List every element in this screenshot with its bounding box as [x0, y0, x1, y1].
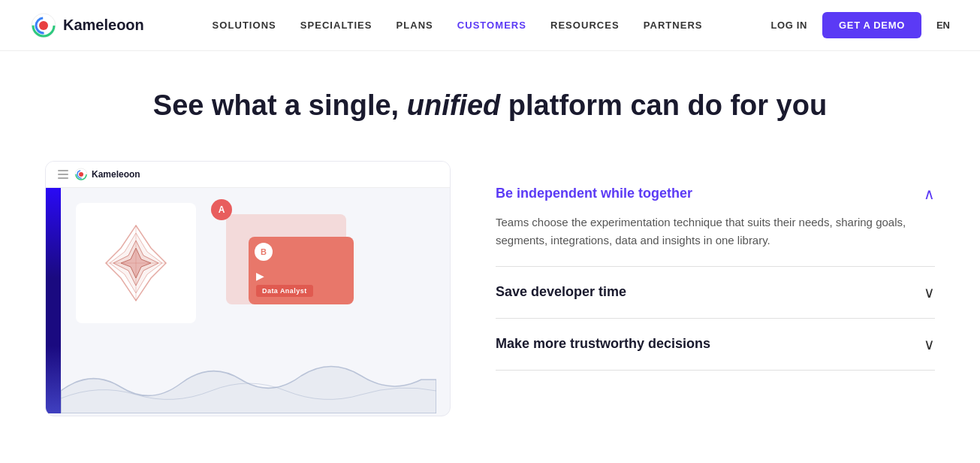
logo-text: Kameleoon: [63, 17, 144, 34]
nav-partners[interactable]: PARTNERS: [644, 20, 703, 31]
nav-links: SOLUTIONS SPECIALTIES PLANS CUSTOMERS RE…: [213, 20, 703, 31]
hero-title-italic: unified: [407, 89, 501, 121]
screenshot-body: A B ▶ Data Analyst: [46, 188, 450, 413]
accordion-chevron-1: ∧: [924, 185, 935, 203]
accordion-chevron-3: ∨: [924, 335, 935, 353]
accordion-title-3: Make more trustworthy decisions: [496, 336, 710, 352]
accordion-item-1: Be independent while together ∧ Teams ch…: [496, 168, 935, 267]
logo-icon: [30, 12, 57, 39]
accordion-title-2: Save developer time: [496, 284, 626, 300]
accordion-header-3[interactable]: Make more trustworthy decisions ∨: [496, 335, 935, 353]
hamburger-menu-icon[interactable]: [58, 170, 68, 179]
nav-resources[interactable]: RESOURCES: [550, 20, 620, 31]
accordion-panel: Be independent while together ∧ Teams ch…: [496, 161, 935, 371]
data-analyst-tag: Data Analyst: [256, 285, 313, 297]
accordion-item-2: Save developer time ∨: [496, 267, 935, 319]
accordion-text-1: Teams choose the experimentation techniq…: [496, 213, 935, 250]
nav-solutions[interactable]: SOLUTIONS: [213, 20, 276, 31]
hero-section: See what a single, unified platform can …: [0, 51, 980, 146]
hamburger-line-1: [58, 170, 68, 171]
demo-button[interactable]: GET A DEMO: [822, 12, 921, 38]
screenshot-header: Kameleoon: [46, 162, 450, 188]
screenshot-panel: Kameleoon: [45, 161, 451, 416]
navbar: Kameleoon SOLUTIONS SPECIALTIES PLANS CU…: [0, 0, 980, 51]
a-badge: A: [211, 199, 232, 220]
b-badge: B: [255, 243, 273, 261]
accordion-title-1: Be independent while together: [496, 186, 692, 201]
wave-chart: [61, 353, 436, 413]
hero-title-after: platform can do for you: [500, 89, 827, 121]
nav-actions: LOG IN GET A DEMO EN: [770, 12, 950, 38]
diamond-container: [76, 203, 196, 323]
nav-specialties[interactable]: SPECIALTIES: [300, 20, 372, 31]
hero-title: See what a single, unified platform can …: [30, 89, 950, 123]
main-content: Kameleoon: [0, 146, 980, 446]
svg-point-3: [39, 21, 48, 30]
hamburger-line-3: [58, 177, 68, 179]
hero-title-before: See what a single,: [153, 89, 407, 121]
hamburger-line-2: [58, 174, 68, 175]
accordion-body-1: Teams choose the experimentation techniq…: [496, 213, 935, 250]
screenshot-content: A B ▶ Data Analyst: [61, 188, 450, 413]
screenshot-sidebar-bar: [46, 188, 61, 413]
accordion-chevron-2: ∨: [924, 283, 935, 301]
accordion-header-1[interactable]: Be independent while together ∧: [496, 185, 935, 203]
diamond-visualization: [95, 222, 177, 304]
accordion-header-2[interactable]: Save developer time ∨: [496, 283, 935, 301]
screenshot-logo-text: Kameleoon: [92, 169, 140, 180]
screenshot-logo-icon: [74, 168, 88, 181]
b-box: B ▶ Data Analyst: [249, 237, 354, 304]
nav-customers[interactable]: CUSTOMERS: [457, 20, 526, 31]
nav-plans[interactable]: PLANS: [397, 20, 433, 31]
svg-point-7: [79, 172, 83, 177]
language-selector[interactable]: EN: [936, 20, 950, 31]
play-icon: ▶: [256, 270, 264, 282]
login-button[interactable]: LOG IN: [770, 20, 807, 31]
accordion-item-3: Make more trustworthy decisions ∨: [496, 319, 935, 371]
logo[interactable]: Kameleoon: [30, 12, 144, 39]
screenshot-logo: Kameleoon: [74, 168, 140, 181]
